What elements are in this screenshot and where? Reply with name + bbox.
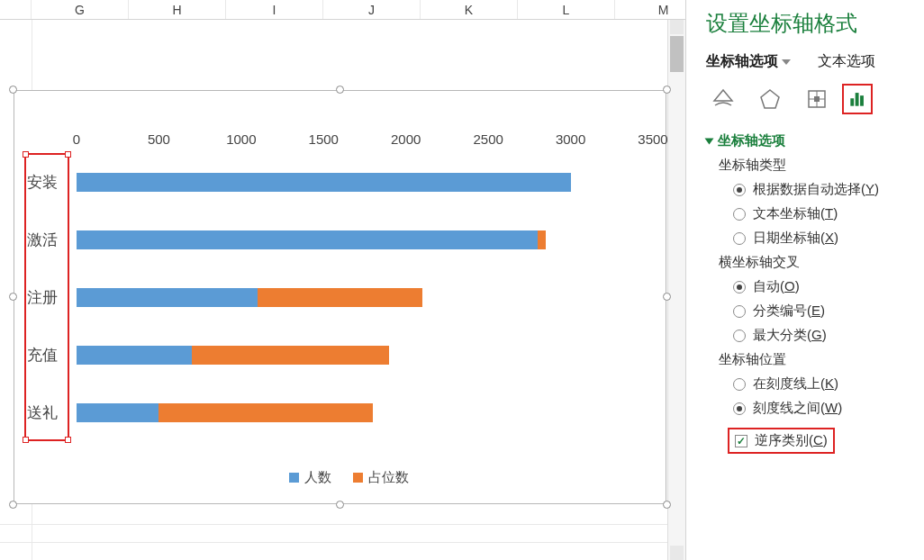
svg-rect-4 bbox=[814, 96, 820, 102]
resize-handle[interactable] bbox=[9, 501, 17, 509]
opt-label: 在刻度线上 bbox=[753, 375, 820, 391]
radio-axis-auto[interactable]: 根据数据自动选择(Y) bbox=[733, 181, 911, 198]
fill-line-icon[interactable] bbox=[708, 84, 738, 114]
radio-axis-date[interactable]: 日期坐标轴(X) bbox=[733, 230, 911, 247]
section-axis-options: 坐标轴选项 坐标轴类型 根据数据自动选择(Y) 文本坐标轴(T) 日期坐标轴(X… bbox=[706, 132, 911, 457]
bar-segment[interactable] bbox=[77, 173, 571, 192]
tab-axis-options[interactable]: 坐标轴选项 bbox=[706, 52, 791, 71]
category-axis-label[interactable]: 安装 bbox=[27, 172, 72, 193]
resize-handle[interactable] bbox=[336, 86, 344, 94]
radio-icon bbox=[733, 402, 746, 415]
bar-segment[interactable] bbox=[258, 288, 422, 307]
cross-header: 横坐标轴交叉 bbox=[719, 254, 911, 271]
tab-label: 坐标轴选项 bbox=[706, 52, 778, 71]
x-tick-label: 3500 bbox=[638, 131, 667, 147]
chart-object[interactable]: 图表标题 0500100015002000250030003500 安装激活注册… bbox=[14, 90, 666, 504]
bar-segment[interactable] bbox=[159, 403, 373, 422]
legend-label: 人数 bbox=[304, 469, 331, 484]
x-tick-label: 2000 bbox=[391, 131, 421, 147]
size-properties-icon[interactable] bbox=[802, 84, 832, 114]
opt-label: 日期坐标轴 bbox=[753, 230, 820, 245]
axis-options-icon[interactable] bbox=[842, 84, 873, 114]
radio-cross-cat[interactable]: 分类编号(E) bbox=[733, 303, 911, 320]
scroll-down-button[interactable] bbox=[670, 546, 684, 560]
col-header-blank bbox=[0, 0, 32, 19]
scroll-up-button[interactable] bbox=[670, 20, 684, 34]
radio-pos-on-tick[interactable]: 在刻度线上(K) bbox=[733, 375, 911, 393]
svg-rect-5 bbox=[850, 98, 854, 105]
legend-swatch bbox=[353, 473, 363, 483]
bar-segment[interactable] bbox=[77, 346, 192, 365]
opt-label: 最大分类 bbox=[753, 327, 807, 342]
col-header[interactable]: G bbox=[32, 0, 129, 19]
opt-label: 根据数据自动选择 bbox=[753, 181, 861, 196]
resize-handle[interactable] bbox=[9, 293, 17, 301]
section-header-label: 坐标轴选项 bbox=[718, 132, 785, 149]
pane-tabs: 坐标轴选项 文本选项 bbox=[706, 52, 911, 71]
radio-cross-auto[interactable]: 自动(O) bbox=[733, 278, 911, 295]
selection-handle[interactable] bbox=[23, 437, 29, 443]
selection-handle[interactable] bbox=[65, 151, 71, 158]
bar-segment[interactable] bbox=[77, 230, 538, 249]
scroll-thumb[interactable] bbox=[670, 36, 684, 72]
col-header[interactable]: H bbox=[129, 0, 226, 19]
opt-key: O bbox=[784, 278, 795, 294]
radio-icon bbox=[733, 208, 746, 221]
expand-icon bbox=[705, 138, 714, 144]
category-axis-label[interactable]: 注册 bbox=[27, 287, 72, 308]
category-axis-label[interactable]: 送礼 bbox=[27, 402, 72, 423]
checkbox-icon bbox=[735, 435, 747, 447]
selection-handle[interactable] bbox=[65, 437, 71, 443]
chevron-down-icon bbox=[782, 59, 791, 65]
radio-icon bbox=[733, 378, 746, 391]
axis-type-header: 坐标轴类型 bbox=[719, 157, 911, 174]
chart-legend[interactable]: 人数 占位数 bbox=[14, 469, 666, 486]
svg-marker-0 bbox=[761, 90, 779, 108]
vertical-scrollbar[interactable] bbox=[667, 20, 685, 560]
x-tick-label: 1500 bbox=[309, 131, 339, 147]
opt-label: 文本坐标轴 bbox=[753, 205, 820, 221]
section-header[interactable]: 坐标轴选项 bbox=[706, 132, 911, 149]
resize-handle[interactable] bbox=[663, 293, 671, 301]
radio-icon bbox=[733, 232, 746, 245]
category-axis-label[interactable]: 激活 bbox=[27, 230, 72, 250]
column-headers-row: G H I J K L M bbox=[0, 0, 685, 20]
resize-handle[interactable] bbox=[663, 86, 671, 94]
radio-icon bbox=[733, 305, 746, 318]
opt-key: W bbox=[825, 400, 838, 415]
col-header[interactable]: J bbox=[323, 0, 421, 19]
opt-key: C bbox=[813, 432, 823, 447]
col-header[interactable]: I bbox=[226, 0, 323, 19]
bar-segment[interactable] bbox=[538, 230, 546, 249]
radio-icon bbox=[733, 330, 746, 342]
resize-handle[interactable] bbox=[336, 501, 344, 509]
category-axis-label[interactable]: 充值 bbox=[27, 345, 72, 366]
col-header[interactable]: L bbox=[518, 0, 615, 19]
tab-text-options[interactable]: 文本选项 bbox=[818, 52, 875, 71]
bar-segment[interactable] bbox=[192, 346, 389, 365]
x-tick-label: 2500 bbox=[473, 131, 503, 147]
radio-icon bbox=[733, 281, 746, 294]
col-header[interactable]: K bbox=[421, 0, 518, 19]
checkbox-reverse-categories[interactable]: 逆序类别(C) bbox=[728, 428, 835, 454]
opt-key: G bbox=[811, 327, 822, 342]
opt-label: 自动 bbox=[753, 278, 780, 294]
pane-title: 设置坐标轴格式 bbox=[706, 9, 911, 38]
radio-pos-between[interactable]: 刻度线之间(W) bbox=[733, 400, 911, 417]
chart-plot-area[interactable]: 0500100015002000250030003500 安装激活注册充值送礼 bbox=[77, 153, 653, 441]
radio-cross-max[interactable]: 最大分类(G) bbox=[733, 327, 911, 344]
resize-handle[interactable] bbox=[663, 501, 671, 509]
effects-icon[interactable] bbox=[755, 84, 785, 114]
x-tick-label: 0 bbox=[73, 131, 80, 147]
legend-swatch bbox=[289, 473, 299, 483]
radio-icon bbox=[733, 184, 746, 196]
bar-segment[interactable] bbox=[77, 403, 159, 422]
resize-handle[interactable] bbox=[9, 86, 17, 94]
opt-label: 刻度线之间 bbox=[753, 400, 820, 415]
x-tick-label: 1000 bbox=[226, 131, 256, 147]
bar-segment[interactable] bbox=[77, 288, 258, 307]
radio-axis-text[interactable]: 文本坐标轴(T) bbox=[733, 205, 911, 222]
opt-label: 逆序类别 bbox=[755, 432, 809, 447]
spreadsheet-area[interactable]: G H I J K L M 图表标题 050010001500200025003… bbox=[0, 0, 686, 560]
selection-handle[interactable] bbox=[23, 151, 29, 158]
